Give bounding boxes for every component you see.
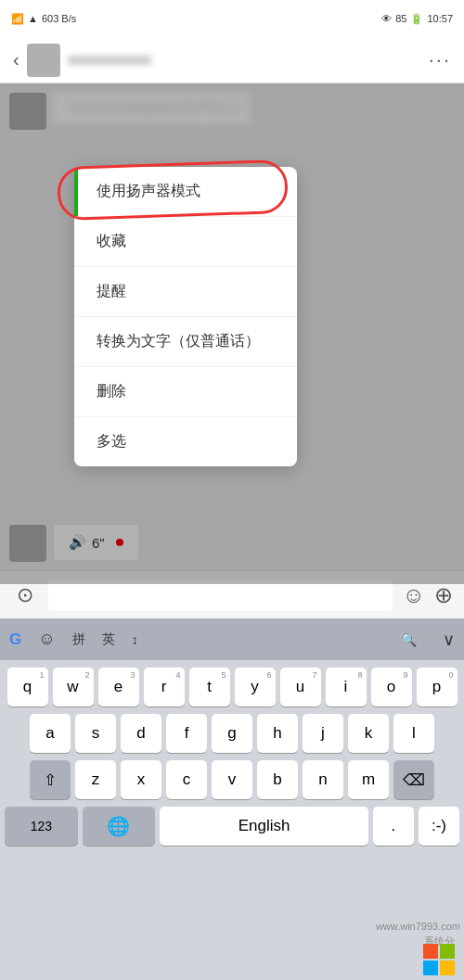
kb-search-icon: 🔍 (401, 632, 417, 647)
key-123[interactable]: 123 (5, 807, 78, 846)
key-r[interactable]: r4 (144, 668, 185, 706)
menu-item-favorite-label: 收藏 (97, 233, 126, 248)
menu-item-favorite[interactable]: 收藏 (74, 217, 297, 267)
data-speed: 603 B/s (42, 13, 76, 24)
voice-toggle-icon[interactable]: ⊙ (11, 581, 39, 609)
keyboard-row-2: a s d f g h j k l (5, 714, 459, 753)
key-space[interactable]: English (160, 807, 368, 846)
menu-item-multiselect[interactable]: 多选 (74, 417, 297, 466)
emoji-button[interactable]: ☺ (402, 582, 425, 608)
kb-search-item[interactable]: 🔍 (401, 632, 417, 647)
title-bar: ‹ ··· (0, 37, 464, 83)
kb-english-item[interactable]: 英 (102, 631, 115, 648)
menu-item-multiselect-label: 多选 (97, 433, 126, 449)
keyboard-toolbar: G ☺ 拼 英 ↕ 🔍 ∨ (0, 618, 464, 660)
key-t[interactable]: t5 (189, 668, 230, 706)
kb-collapse-icon: ∨ (443, 630, 455, 650)
voice-bubble[interactable]: 🔊 6" (54, 525, 138, 560)
menu-item-convert-label: 转换为文字（仅普通话） (97, 333, 260, 349)
status-left: 📶 ▲ 603 B/s (11, 13, 76, 25)
signal-icon: 📶 (11, 13, 24, 25)
kb-emoji-icon: ☺ (38, 630, 55, 649)
kb-pinyin-label: 拼 (72, 631, 85, 648)
key-l[interactable]: l (393, 714, 434, 753)
key-s[interactable]: s (75, 714, 116, 753)
key-c[interactable]: c (166, 760, 207, 799)
menu-item-speaker-label: 使用扬声器模式 (97, 183, 200, 198)
kb-emoji-item[interactable]: ☺ (38, 630, 55, 649)
keyboard-row-1: q1 w2 e3 r4 t5 y6 u7 i8 o9 p0 (5, 668, 459, 706)
kb-pinyin-item[interactable]: 拼 (72, 631, 85, 648)
key-m[interactable]: m (348, 760, 389, 799)
more-options-icon[interactable]: ··· (429, 48, 451, 72)
voice-avatar (9, 525, 46, 562)
key-q[interactable]: q1 (7, 668, 48, 706)
keyboard-row-4: 123 🌐 English . :-) (5, 807, 459, 846)
key-e[interactable]: e3 (98, 668, 139, 706)
message-bubble-1: 大话文字先能超抵口笔平明2.2 (54, 93, 250, 124)
key-globe[interactable]: 🌐 (83, 807, 156, 846)
voice-unread-dot (116, 539, 123, 546)
key-period[interactable]: . (373, 807, 414, 846)
back-icon[interactable]: ‹ (13, 49, 19, 70)
input-toolbar: ⊙ ☺ ⊕ (0, 570, 464, 618)
add-attachment-button[interactable]: ⊕ (434, 582, 453, 608)
key-z[interactable]: z (75, 760, 116, 799)
wifi-icon: ▲ (28, 13, 38, 24)
key-i[interactable]: i8 (326, 668, 367, 706)
google-label: G (9, 630, 21, 649)
title-bar-left: ‹ (13, 44, 151, 77)
voice-icon: 🔊 (69, 534, 86, 551)
key-shift[interactable]: ⇧ (30, 760, 71, 799)
chat-avatar (27, 44, 60, 77)
voice-duration: 6" (92, 535, 105, 551)
key-h[interactable]: h (257, 714, 298, 753)
key-v[interactable]: v (212, 760, 252, 799)
key-g[interactable]: g (212, 714, 252, 753)
menu-item-speaker[interactable]: 使用扬声器模式 (74, 167, 297, 217)
key-o[interactable]: o9 (371, 668, 412, 706)
keyboard-rows: q1 w2 e3 r4 t5 y6 u7 i8 o9 p0 a s d f g … (0, 660, 464, 846)
key-w[interactable]: w2 (53, 668, 94, 706)
status-right: 👁 85 🔋 10:57 (381, 13, 453, 25)
kb-english-label: 英 (102, 631, 115, 648)
key-n[interactable]: n (303, 760, 343, 799)
key-emoji-face[interactable]: :-) (419, 807, 459, 846)
voice-msg-row: 🔊 6" (9, 525, 138, 562)
key-f[interactable]: f (166, 714, 207, 753)
eye-icon: 👁 (381, 13, 392, 24)
microphone-icon: ⊙ (17, 583, 33, 607)
avatar-1 (9, 93, 46, 130)
key-j[interactable]: j (303, 714, 343, 753)
key-u[interactable]: u7 (280, 668, 321, 706)
context-menu: 使用扬声器模式 收藏 提醒 转换为文字（仅普通话） 删除 多选 (74, 167, 297, 466)
key-p[interactable]: p0 (417, 668, 458, 706)
battery: 85 (395, 13, 406, 24)
menu-item-delete-label: 删除 (97, 383, 126, 399)
message-input[interactable] (48, 579, 393, 611)
menu-item-remind[interactable]: 提醒 (74, 267, 297, 317)
key-d[interactable]: d (121, 714, 161, 753)
key-b[interactable]: b (257, 760, 298, 799)
key-k[interactable]: k (348, 714, 389, 753)
keyboard-row-3: ⇧ z x c v b n m ⌫ (5, 760, 459, 799)
key-a[interactable]: a (30, 714, 71, 753)
time: 10:57 (427, 13, 453, 24)
kb-handwrite-icon: ↕ (132, 632, 138, 647)
watermark: www.win7993.com (376, 921, 460, 932)
status-bar: 📶 ▲ 603 B/s 👁 85 🔋 10:57 (0, 0, 464, 37)
key-x[interactable]: x (121, 760, 161, 799)
chat-area: 大话文字先能超抵口笔平明2.2 使用扬声器模式 收藏 提醒 转换为文字（仅普通话… (0, 83, 464, 584)
contact-name-blurred (68, 56, 151, 65)
kb-collapse-item[interactable]: ∨ (443, 630, 455, 650)
menu-item-remind-label: 提醒 (97, 283, 126, 299)
chat-row-1: 大话文字先能超抵口笔平明2.2 (9, 93, 455, 130)
kb-handwrite-item[interactable]: ↕ (132, 632, 138, 647)
key-y[interactable]: y6 (235, 668, 276, 706)
key-backspace[interactable]: ⌫ (393, 760, 434, 799)
menu-item-convert[interactable]: 转换为文字（仅普通话） (74, 317, 297, 367)
windows-logo (423, 944, 455, 975)
kb-google-item[interactable]: G (9, 630, 21, 649)
battery-icon: 🔋 (410, 13, 423, 25)
menu-item-delete[interactable]: 删除 (74, 367, 297, 417)
